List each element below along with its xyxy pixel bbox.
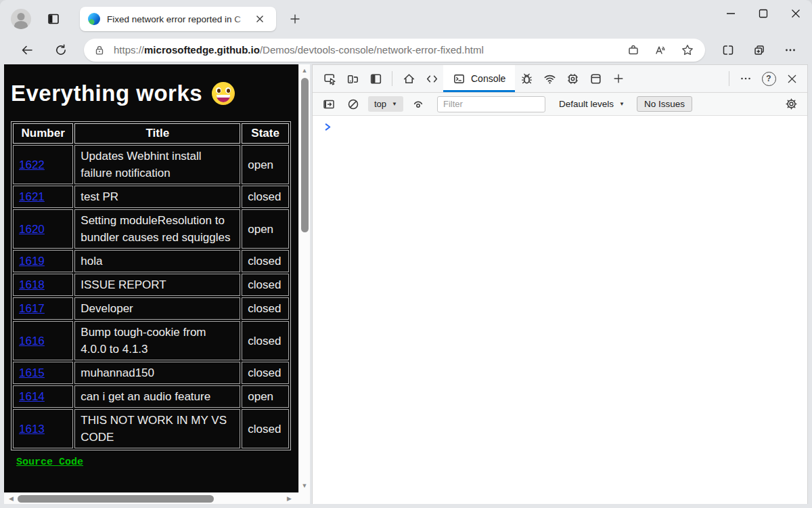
maximize-button[interactable] — [747, 0, 780, 27]
issue-number-cell: 1617 — [13, 297, 73, 320]
issue-title-cell: Developer — [74, 297, 240, 320]
more-tools-button[interactable] — [607, 67, 630, 90]
console-filter-input[interactable] — [437, 96, 545, 112]
device-emulation-icon — [346, 72, 360, 86]
issue-state-cell: open — [242, 145, 289, 184]
plus-icon — [290, 14, 300, 24]
console-settings-button[interactable] — [782, 96, 800, 113]
horizontal-scroll-thumb[interactable] — [18, 495, 214, 503]
issue-number-link[interactable]: 1613 — [19, 423, 45, 436]
scroll-down-arrow-icon[interactable]: ▼ — [302, 483, 308, 489]
toolbar-separator — [729, 71, 729, 86]
devtools-more-options-button[interactable] — [734, 67, 757, 90]
page-title: Everything works — [11, 81, 202, 106]
close-window-button[interactable] — [780, 0, 812, 27]
javascript-context-selector[interactable]: top ▼ — [368, 96, 403, 112]
tab-title: Fixed network error reported in C — [107, 14, 250, 24]
live-expression-button[interactable] — [409, 96, 428, 113]
app-available-button[interactable] — [624, 41, 643, 60]
tab-application-button[interactable] — [584, 67, 607, 90]
minimize-icon — [726, 9, 736, 18]
page-vertical-scrollbar[interactable]: ▲ ▼ — [298, 64, 310, 492]
close-icon — [786, 73, 798, 85]
gear-icon — [784, 97, 798, 111]
no-issues-button[interactable]: No Issues — [637, 96, 692, 112]
issue-state-cell: open — [242, 209, 289, 249]
eye-icon — [411, 98, 425, 111]
issue-number-link[interactable]: 1619 — [19, 255, 45, 268]
clear-console-button[interactable] — [344, 96, 363, 113]
new-tab-button[interactable] — [284, 8, 306, 30]
issue-number-link[interactable]: 1616 — [19, 335, 45, 347]
read-aloud-button[interactable] — [651, 41, 670, 60]
issue-title-cell: test PR — [74, 186, 240, 208]
issue-title-cell: hola — [74, 250, 240, 272]
issue-state-cell: closed — [242, 186, 289, 208]
issue-number-link[interactable]: 1622 — [19, 158, 45, 171]
tab-actions-icon — [47, 12, 60, 26]
table-row: 1614 can i get an audio feature open — [13, 385, 289, 408]
focus-mode-button[interactable] — [364, 67, 387, 90]
tab-sources-button[interactable] — [515, 67, 538, 90]
console-toolbar: top ▼ Default levels ▼ No Issues — [313, 93, 807, 116]
scroll-up-arrow-icon[interactable]: ▲ — [302, 68, 308, 74]
refresh-button[interactable] — [50, 39, 72, 61]
favorite-star-button[interactable] — [678, 41, 697, 60]
source-code-link[interactable]: Source Code — [16, 457, 83, 468]
console-output-area[interactable] — [313, 116, 807, 504]
block-circle-icon — [346, 98, 360, 111]
issue-number-link[interactable]: 1617 — [19, 302, 45, 315]
collections-icon — [752, 43, 766, 57]
log-levels-dropdown[interactable]: Default levels ▼ — [559, 99, 625, 109]
profile-avatar[interactable] — [11, 9, 31, 29]
storage-drawer-icon — [589, 72, 603, 86]
collections-button[interactable] — [748, 39, 770, 61]
tab-network-button[interactable] — [538, 67, 561, 90]
console-sidebar-button[interactable] — [319, 96, 338, 113]
tab-console[interactable]: Console — [443, 65, 515, 92]
issue-number-link[interactable]: 1614 — [19, 390, 45, 403]
lock-icon — [93, 44, 106, 56]
tab-close-button[interactable] — [252, 11, 268, 27]
column-header-state: State — [242, 123, 289, 144]
issue-number-link[interactable]: 1620 — [19, 223, 45, 236]
chevron-down-icon: ▼ — [619, 101, 625, 107]
device-emulation-button[interactable] — [341, 67, 364, 90]
issue-number-cell: 1616 — [13, 321, 73, 360]
devtools-close-button[interactable] — [780, 67, 803, 90]
tab-welcome-button[interactable] — [397, 67, 420, 90]
issue-number-cell: 1614 — [13, 385, 73, 408]
page-content: Everything works Number Title State 1622… — [4, 64, 298, 492]
page-horizontal-scrollbar[interactable]: ◀ ▶ — [4, 492, 298, 504]
issue-number-cell: 1613 — [13, 409, 73, 448]
devtools-help-button[interactable]: ? — [757, 67, 780, 90]
issue-number-link[interactable]: 1615 — [19, 366, 45, 379]
table-row: 1617 Developer closed — [13, 297, 289, 320]
issue-state-cell: closed — [242, 362, 289, 384]
maximize-icon — [759, 9, 768, 18]
close-icon — [256, 15, 264, 23]
minimize-button[interactable] — [715, 0, 747, 27]
tab-elements-button[interactable] — [420, 67, 443, 90]
refresh-icon — [54, 43, 68, 57]
browser-titlebar: Fixed network error reported in C — [0, 0, 812, 38]
url-bar[interactable]: https://microsoftedge.github.io/Demos/de… — [84, 39, 705, 62]
console-prompt-chevron-icon[interactable] — [323, 123, 332, 131]
back-button[interactable] — [16, 39, 38, 61]
scroll-right-arrow-icon[interactable]: ▶ — [287, 496, 292, 502]
inspect-element-button[interactable] — [318, 67, 341, 90]
issue-number-cell: 1615 — [13, 362, 73, 384]
tab-performance-button[interactable] — [561, 67, 584, 90]
vertical-scroll-thumb[interactable] — [301, 78, 309, 232]
address-toolbar: https://microsoftedge.github.io/Demos/de… — [0, 38, 812, 64]
scroll-left-arrow-icon[interactable]: ◀ — [9, 496, 14, 502]
browser-tab[interactable]: Fixed network error reported in C — [80, 7, 276, 31]
wifi-icon — [543, 72, 557, 86]
issue-number-link[interactable]: 1618 — [19, 278, 45, 291]
tab-actions-button[interactable] — [42, 7, 65, 30]
issue-title-cell: Setting moduleResolution to bundler caus… — [74, 209, 240, 249]
split-screen-button[interactable] — [717, 39, 739, 61]
edge-favicon-icon — [88, 13, 100, 25]
issue-number-link[interactable]: 1621 — [19, 190, 45, 203]
settings-more-button[interactable] — [780, 39, 801, 61]
